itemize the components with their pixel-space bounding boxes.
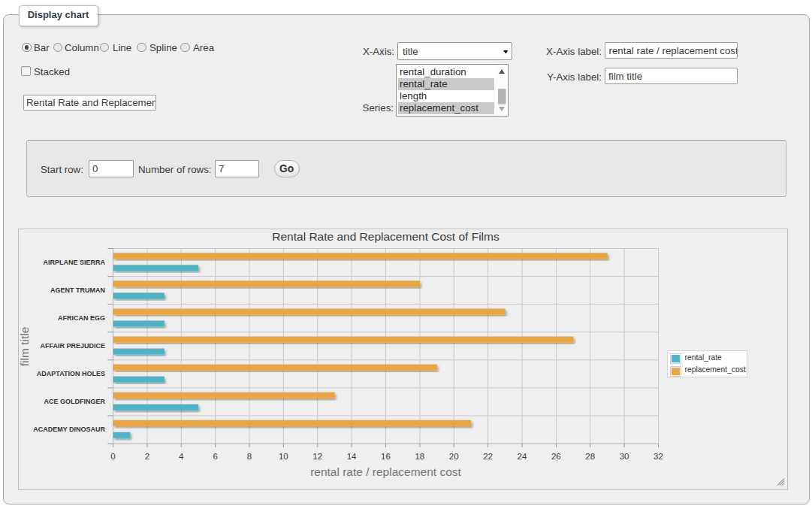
svg-text:6: 6 bbox=[213, 452, 217, 461]
svg-text:8: 8 bbox=[247, 452, 252, 461]
svg-text:12: 12 bbox=[312, 452, 322, 461]
svg-text:32: 32 bbox=[654, 452, 663, 461]
svg-text:28: 28 bbox=[585, 452, 595, 461]
svg-text:ACE GOLDFINGER: ACE GOLDFINGER bbox=[44, 398, 105, 405]
svg-text:rental rate / replacement cost: rental rate / replacement cost bbox=[310, 465, 461, 478]
svg-text:replacement_cost: replacement_cost bbox=[685, 365, 746, 374]
svg-text:4: 4 bbox=[179, 452, 184, 461]
svg-text:24: 24 bbox=[518, 452, 527, 461]
svg-text:30: 30 bbox=[620, 452, 629, 461]
svg-text:14: 14 bbox=[347, 452, 357, 461]
svg-text:ADAPTATION HOLES: ADAPTATION HOLES bbox=[37, 370, 105, 377]
svg-text:16: 16 bbox=[381, 452, 391, 461]
svg-text:AIRPLANE SIERRA: AIRPLANE SIERRA bbox=[43, 259, 105, 266]
svg-text:20: 20 bbox=[449, 452, 459, 461]
svg-text:2: 2 bbox=[145, 452, 149, 461]
svg-text:22: 22 bbox=[483, 452, 493, 461]
svg-text:Rental Rate and Replacement Co: Rental Rate and Replacement Cost of Film… bbox=[272, 230, 500, 243]
svg-text:10: 10 bbox=[279, 452, 288, 461]
svg-text:AFFAIR PREJUDICE: AFFAIR PREJUDICE bbox=[40, 342, 105, 350]
svg-text:AFRICAN EGG: AFRICAN EGG bbox=[58, 314, 105, 322]
svg-text:0: 0 bbox=[110, 452, 115, 461]
svg-text:ACADEMY DINOSAUR: ACADEMY DINOSAUR bbox=[33, 426, 105, 433]
svg-text:AGENT TRUMAN: AGENT TRUMAN bbox=[50, 286, 105, 294]
svg-text:film title: film title bbox=[20, 327, 31, 367]
svg-text:rental_rate: rental_rate bbox=[685, 353, 723, 362]
svg-text:18: 18 bbox=[415, 452, 424, 461]
svg-text:26: 26 bbox=[551, 452, 561, 461]
